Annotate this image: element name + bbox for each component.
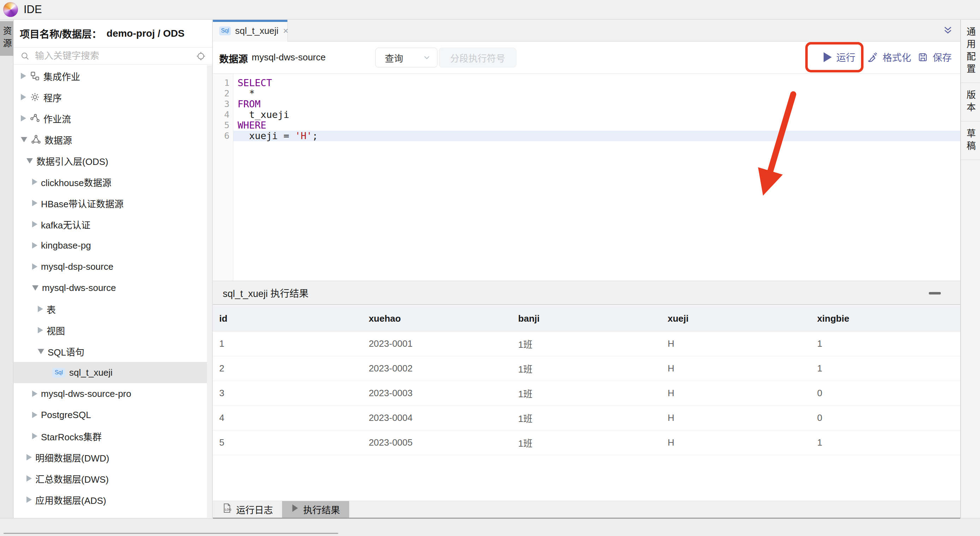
format-button[interactable]: 格式化: [867, 50, 911, 64]
code-line: WHERE: [233, 120, 960, 130]
tree-item[interactable]: 集成作业: [14, 65, 212, 86]
table-cell: 2023-0004: [362, 406, 512, 430]
tree-item[interactable]: 数据引入层(ODS): [14, 150, 212, 171]
table-cell: 1: [811, 356, 960, 381]
table-cell: H: [661, 356, 811, 381]
table-cell: H: [661, 381, 811, 406]
table-row[interactable]: 22023-00021班H1: [213, 356, 960, 381]
table-cell: 0: [811, 381, 960, 406]
table-row[interactable]: 32023-00031班H0: [213, 381, 960, 406]
tree-item[interactable]: 数据源: [14, 129, 212, 150]
right-rail-item-label: 通用配置: [964, 27, 977, 76]
table-cell: 1班: [512, 381, 661, 406]
code-token-keyword: SELECT: [238, 77, 272, 88]
project-header-label: 项目名称/数据层：: [20, 27, 102, 41]
tree-item-label: kafka无认证: [41, 218, 91, 231]
tree-item[interactable]: Sqlsql_t_xueji: [14, 362, 212, 383]
tree-item[interactable]: 明细数据层(DWD): [14, 447, 212, 468]
right-rail-item-2[interactable]: 草稿: [961, 121, 980, 160]
tree-item-label: 应用数据层(ADS): [35, 493, 106, 506]
search-input[interactable]: [34, 50, 196, 62]
resource-sidebar: 项目名称/数据层： demo-proj / ODS 集成作业程序作业流数据源数据…: [14, 20, 213, 519]
save-button-label: 保存: [933, 50, 952, 64]
line-number: 1: [213, 78, 233, 88]
tree-item-label: kingbase-pg: [41, 240, 91, 251]
caret-collapsed-icon: [27, 496, 32, 503]
caret-collapsed-icon: [32, 263, 37, 270]
right-rail: 通用配置版本草稿: [961, 20, 980, 519]
tree-item[interactable]: mysql-dws-source-pro: [14, 383, 212, 404]
sql-editor[interactable]: 123456 SELECT *FROM t_xuejiWHERE xueji =…: [213, 74, 960, 281]
tree-item-label: 数据源: [45, 133, 72, 146]
locate-icon[interactable]: [196, 51, 206, 61]
datasource-icon: [31, 134, 41, 145]
editor-tab-sql-t-xueji[interactable]: Sql sql_t_xueji ×: [213, 20, 288, 42]
minimize-results-icon[interactable]: [929, 292, 941, 294]
table-row[interactable]: 52023-00051班H1: [213, 430, 960, 455]
right-rail-item-1[interactable]: 版本: [961, 83, 980, 121]
play-icon: [291, 504, 299, 515]
tree-item[interactable]: 程序: [14, 86, 212, 108]
tree-item[interactable]: 作业流: [14, 108, 212, 129]
tree-item[interactable]: 应用数据层(ADS): [14, 489, 212, 510]
editor-code[interactable]: SELECT *FROM t_xuejiWHERE xueji = 'H';: [233, 74, 960, 281]
tree-item[interactable]: HBase带认证数据源: [14, 192, 212, 214]
tree-item-label: sql_t_xueji: [69, 367, 113, 378]
bottom-tabbar: LOG运行日志执行结果: [213, 501, 960, 519]
table-cell: 1: [811, 332, 960, 356]
tree-item[interactable]: mysql-dsp-source: [14, 256, 212, 277]
caret-collapsed-icon: [32, 433, 37, 439]
table-cell: 3: [213, 381, 362, 406]
editor-tab-label: sql_t_xueji: [235, 25, 278, 37]
tree-item[interactable]: clickhouse数据源: [14, 171, 212, 192]
table-cell: 2023-0002: [362, 356, 512, 381]
bottom-tab-log[interactable]: LOG运行日志: [213, 501, 282, 518]
save-button[interactable]: 保存: [918, 50, 952, 64]
search-bar: [14, 48, 212, 65]
active-tab-accent: [213, 20, 287, 22]
tree-item[interactable]: 汇总数据层(DWS): [14, 468, 212, 489]
table-cell: 1班: [512, 332, 661, 356]
tree-item[interactable]: SQL语句: [14, 341, 212, 362]
tree-item[interactable]: 视图: [14, 320, 212, 341]
rail-tab-resources[interactable]: 资源: [0, 21, 13, 56]
tree-item[interactable]: 表: [14, 298, 212, 320]
tree-item[interactable]: kingbase-pg: [14, 235, 212, 256]
results-title: sql_t_xueji 执行结果: [223, 286, 309, 300]
bottom-tab-results[interactable]: 执行结果: [282, 501, 349, 518]
ide-screen: IDE 资源 项目名称/数据层： demo-proj / ODS: [0, 0, 980, 536]
tree-item[interactable]: kafka无认证: [14, 214, 212, 235]
line-number: 3: [213, 99, 233, 110]
top-bar: IDE: [0, 0, 980, 19]
run-button[interactable]: 运行: [824, 50, 855, 64]
right-rail-item-label: 草稿: [964, 129, 977, 153]
sidebar-scrollbar[interactable]: [207, 65, 212, 518]
query-mode-select[interactable]: 查询: [375, 48, 438, 67]
table-row[interactable]: 12023-00011班H1: [213, 332, 960, 356]
line-number: 4: [213, 110, 233, 120]
rail-tab-resources-label: 资源: [0, 26, 13, 51]
caret-expanded-icon: [32, 285, 38, 291]
tab-close-icon[interactable]: ×: [283, 26, 288, 35]
segment-delimiter-button: 分段执行符号: [439, 48, 517, 67]
code-token-string: 'H': [295, 130, 312, 141]
tree-item-label: SQL语句: [48, 345, 84, 358]
caret-collapsed-icon: [32, 391, 37, 397]
sql-badge-icon: Sql: [219, 27, 231, 35]
table-row[interactable]: 42023-00041班H0: [213, 406, 960, 430]
tree-item[interactable]: PostgreSQL: [14, 404, 212, 425]
tree-item[interactable]: mysql-dws-source: [14, 277, 212, 298]
column-header: id: [213, 306, 362, 331]
caret-collapsed-icon: [38, 327, 43, 333]
line-number: 6: [213, 130, 233, 141]
tree-item[interactable]: StarRocks集群: [14, 425, 212, 447]
right-rail-item-0[interactable]: 通用配置: [961, 20, 980, 83]
collapse-panel-button[interactable]: [943, 25, 953, 37]
segment-delimiter-label: 分段执行符号: [450, 51, 505, 64]
editor-tabbar: Sql sql_t_xueji ×: [213, 20, 960, 42]
editor-gutter: 123456: [213, 74, 233, 281]
program-icon: [30, 92, 40, 102]
format-brush-icon: [867, 52, 878, 63]
project-header: 项目名称/数据层： demo-proj / ODS: [14, 20, 212, 48]
code-token-plain: xueji =: [238, 130, 295, 141]
